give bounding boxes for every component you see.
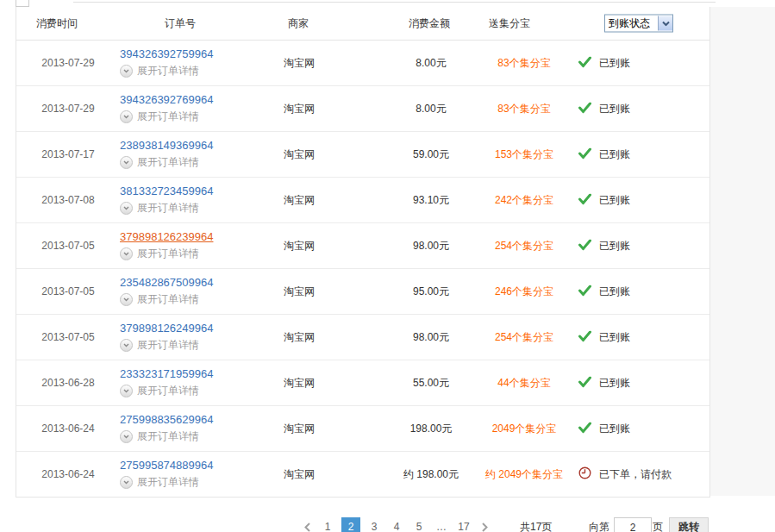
status-cell: 已到账: [578, 330, 630, 345]
points-reward: 246个集分宝: [495, 285, 553, 299]
order-number-link[interactable]: 379898126239964: [120, 230, 213, 243]
order-number-link[interactable]: 379898126249964: [120, 322, 213, 335]
expand-chevron-icon[interactable]: [120, 202, 133, 215]
status-label: 已到账: [599, 330, 630, 345]
points-reward: 242个集分宝: [495, 193, 553, 208]
expand-chevron-icon[interactable]: [120, 430, 133, 443]
expand-chevron-icon[interactable]: [120, 293, 133, 306]
status-cell: 已到账: [578, 239, 630, 253]
column-header-order: 订单号: [165, 16, 196, 31]
goto-page-unit: 页: [653, 517, 663, 532]
expand-chevron-icon[interactable]: [120, 247, 133, 260]
goto-page-label: 向第: [589, 517, 609, 532]
expand-chevron-icon[interactable]: [120, 476, 133, 489]
expand-label: 展开订单详情: [137, 475, 199, 490]
expand-label: 展开订单详情: [137, 201, 199, 216]
order-number-link[interactable]: 394326392759964: [120, 47, 213, 60]
column-header-amount: 消费金额: [409, 16, 450, 31]
expand-order-details[interactable]: 展开订单详情: [120, 247, 213, 261]
order-number-link[interactable]: 394326392769964: [120, 93, 213, 106]
order-number-link[interactable]: 381332723459964: [120, 185, 213, 197]
expand-chevron-icon[interactable]: [120, 339, 133, 352]
order-date: 2013-06-24: [16, 422, 120, 435]
expand-order-details[interactable]: 展开订单详情: [120, 292, 213, 307]
goto-page-input[interactable]: [614, 517, 652, 532]
order-number-link[interactable]: 238938149369964: [120, 139, 213, 152]
expand-order-details[interactable]: 展开订单详情: [120, 64, 213, 78]
merchant-name: 淘宝网: [284, 193, 315, 208]
merchant-name: 淘宝网: [284, 422, 315, 436]
order-amount: 198.00元: [410, 422, 453, 436]
status-label: 已到账: [599, 285, 630, 299]
points-reward: 83个集分宝: [497, 102, 550, 116]
expand-order-details[interactable]: 展开订单详情: [120, 155, 213, 170]
points-reward: 2049个集分宝: [492, 422, 557, 436]
table-row: 2013-07-05379898126249964展开订单详情淘宝网98.00元…: [16, 315, 709, 360]
expand-chevron-icon[interactable]: [120, 385, 133, 397]
table-row: 2013-07-05235482867509964展开订单详情淘宝网95.00元…: [16, 269, 709, 315]
status-label: 已到账: [599, 422, 630, 436]
success-check-icon: [578, 102, 591, 116]
expand-order-details[interactable]: 展开订单详情: [120, 338, 213, 353]
success-check-icon: [578, 147, 591, 161]
order-number-link[interactable]: 233323171959964: [120, 367, 213, 380]
merchant-name: 淘宝网: [284, 376, 315, 391]
success-check-icon: [578, 285, 591, 298]
total-pages-label: 共17页: [520, 517, 552, 532]
pagination-bar: 12345…17 共17页 向第 页 跳转: [0, 517, 775, 532]
table-row: 2013-07-29394326392759964展开订单详情淘宝网8.00元8…: [16, 41, 709, 86]
merchant-name: 淘宝网: [284, 239, 315, 253]
success-check-icon: [578, 193, 591, 207]
points-reward: 约 2049个集分宝: [485, 467, 563, 482]
order-number-link[interactable]: 275998835629964: [120, 413, 213, 426]
order-cell: 235482867509964展开订单详情: [120, 276, 213, 307]
page-number-button[interactable]: 4: [388, 517, 405, 532]
page-number-button[interactable]: 3: [366, 517, 383, 532]
expand-order-details[interactable]: 展开订单详情: [120, 110, 213, 124]
column-header-points: 送集分宝: [489, 16, 530, 31]
order-number-link[interactable]: 235482867509964: [120, 276, 213, 289]
order-date: 2013-07-05: [16, 285, 120, 297]
status-label: 已到账: [599, 193, 630, 208]
merchant-name: 淘宝网: [284, 56, 315, 71]
points-reward: 83个集分宝: [497, 56, 550, 71]
expand-order-details[interactable]: 展开订单详情: [120, 201, 213, 216]
status-filter-select[interactable]: 到账状态: [604, 15, 673, 33]
expand-chevron-icon[interactable]: [120, 156, 133, 169]
order-date: 2013-07-29: [16, 103, 120, 115]
status-label: 已到账: [599, 239, 630, 253]
order-amount: 98.00元: [413, 330, 449, 345]
expand-order-details[interactable]: 展开订单详情: [120, 384, 213, 398]
order-cell: 379898126249964展开订单详情: [120, 322, 213, 353]
status-cell: 已到账: [578, 193, 630, 208]
order-cell: 275995874889964展开订单详情: [120, 459, 213, 490]
goto-page-button[interactable]: 跳转: [669, 517, 709, 532]
page-number-button[interactable]: 17: [455, 517, 472, 532]
table-header-row: 消费时间 订单号 商家 消费金额 送集分宝 到账状态: [16, 7, 709, 41]
expand-order-details[interactable]: 展开订单详情: [120, 429, 213, 444]
order-date: 2013-06-24: [16, 468, 120, 480]
order-cell: 394326392769964展开订单详情: [120, 93, 213, 124]
expand-chevron-icon[interactable]: [120, 65, 133, 78]
status-label: 已到账: [599, 102, 630, 116]
page-number-button[interactable]: 5: [410, 517, 428, 532]
success-check-icon: [578, 330, 591, 344]
expand-chevron-icon[interactable]: [120, 110, 133, 123]
success-check-icon: [578, 422, 591, 435]
chevron-down-icon[interactable]: [658, 16, 672, 31]
order-number-link[interactable]: 275995874889964: [120, 459, 213, 472]
next-page-button[interactable]: [478, 517, 491, 532]
status-label: 已下单，请付款: [599, 467, 672, 482]
success-check-icon: [578, 239, 591, 253]
prev-page-button[interactable]: [300, 517, 314, 532]
page-number-button[interactable]: 2: [341, 517, 360, 532]
page-number-button[interactable]: 1: [319, 517, 336, 532]
order-cell: 394326392759964展开订单详情: [120, 47, 213, 78]
status-cell: 已到账: [578, 102, 630, 116]
expand-label: 展开订单详情: [137, 292, 199, 307]
tab-remnant: [16, 0, 29, 7]
expand-label: 展开订单详情: [137, 384, 199, 398]
expand-order-details[interactable]: 展开订单详情: [120, 475, 213, 490]
column-header-merchant: 商家: [288, 16, 309, 31]
status-filter-value: 到账状态: [605, 16, 658, 31]
